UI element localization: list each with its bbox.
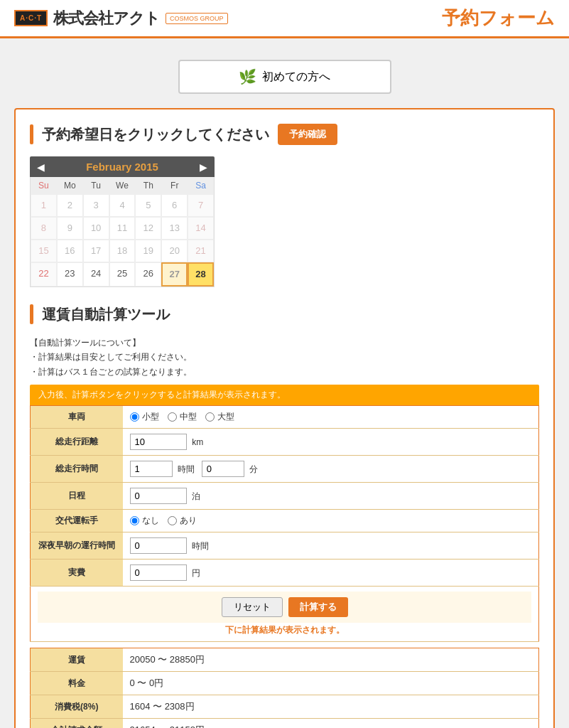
calendar-day-1[interactable]: 1 xyxy=(31,194,57,217)
calc-note: 下に計算結果が表示されます。 xyxy=(38,623,531,636)
nights-unit: 泊 xyxy=(192,491,200,501)
result-label-tax: 消費税(8%) xyxy=(31,695,123,719)
radio-no-driver-input[interactable] xyxy=(130,516,139,525)
weekday-th: Th xyxy=(135,177,161,194)
calendar-day-23[interactable]: 23 xyxy=(57,262,83,287)
prev-month-button[interactable]: ◀ xyxy=(37,161,45,173)
calendar-day-9[interactable]: 9 xyxy=(57,217,83,240)
calendar-day-15[interactable]: 15 xyxy=(31,240,57,262)
weekday-we: We xyxy=(109,177,136,194)
radio-no-driver[interactable]: なし xyxy=(130,515,159,527)
label-latenight: 深夜早朝の運行時間 xyxy=(31,532,123,560)
calendar-day-8[interactable]: 8 xyxy=(31,217,57,240)
button-row: リセット 計算する xyxy=(38,592,531,623)
time-hours-input[interactable] xyxy=(130,461,173,477)
vehicle-radio-group: 小型 中型 大型 xyxy=(130,411,532,423)
label-driver: 交代運転手 xyxy=(31,510,123,532)
calendar-day-28[interactable]: 28 xyxy=(188,262,214,287)
radio-with-driver[interactable]: あり xyxy=(168,515,197,527)
distance-input[interactable] xyxy=(130,434,187,450)
act-logo: A·C·T xyxy=(14,10,48,26)
time-minutes-input[interactable] xyxy=(202,461,244,477)
label-nights: 日程 xyxy=(31,483,123,510)
radio-medium-input[interactable] xyxy=(168,412,177,422)
calendar-day-26[interactable]: 26 xyxy=(135,262,161,287)
reset-button[interactable]: リセット xyxy=(222,597,283,617)
company-name: 株式会社アクト xyxy=(53,8,160,29)
fare-title-bar xyxy=(30,304,33,324)
calculate-button[interactable]: 計算する xyxy=(288,597,348,617)
weekday-fr: Fr xyxy=(161,177,188,194)
header: A·C·T 株式会社アクト COSMOS GROUP 予約フォーム xyxy=(0,0,569,38)
main-content: 🌿 初めての方へ 予約希望日をクリックしてください 予約確認 ◀ Februar… xyxy=(0,38,569,728)
calendar-day-18[interactable]: 18 xyxy=(109,240,136,262)
calendar-day-13[interactable]: 13 xyxy=(161,217,188,240)
calendar: ◀ February 2015 ▶ Su Mo Tu We Th Fr Sa xyxy=(30,156,215,287)
value-distance: km xyxy=(123,429,539,456)
calendar-day-25[interactable]: 25 xyxy=(109,262,136,287)
calendar-day-12[interactable]: 12 xyxy=(135,217,161,240)
row-buttons: リセット 計算する 下に計算結果が表示されます。 xyxy=(31,587,539,642)
first-visit-label: 初めての方へ xyxy=(262,70,330,85)
cosmos-badge: COSMOS GROUP xyxy=(166,13,228,24)
radio-with-driver-input[interactable] xyxy=(168,516,177,525)
calendar-day-21[interactable]: 21 xyxy=(188,240,214,262)
next-month-button[interactable]: ▶ xyxy=(200,161,207,173)
result-row-fee: 料金 0 〜 0円 xyxy=(31,672,539,695)
calendar-day-16[interactable]: 16 xyxy=(57,240,83,262)
fare-section-title: 運賃自動計算ツール xyxy=(30,304,539,324)
confirm-booking-button[interactable]: 予約確認 xyxy=(278,124,337,145)
booking-title-text: 予約希望日をクリックしてください xyxy=(42,125,269,144)
calendar-day-17[interactable]: 17 xyxy=(83,240,109,262)
result-value-tax: 1604 〜 2308円 xyxy=(123,695,539,719)
calendar-day-4[interactable]: 4 xyxy=(109,194,136,217)
result-value-total: 21654 〜 31158円 xyxy=(123,719,539,728)
calendar-day-2[interactable]: 2 xyxy=(57,194,83,217)
calendar-day-20[interactable]: 20 xyxy=(161,240,188,262)
fare-info-box: 入力後、計算ボタンをクリックすると計算結果が表示されます。 xyxy=(30,385,539,405)
radio-medium[interactable]: 中型 xyxy=(168,411,197,423)
value-expenses: 円 xyxy=(123,560,539,587)
first-visit-icon: 🌿 xyxy=(239,68,256,85)
calendar-day-24[interactable]: 24 xyxy=(83,262,109,287)
calendar-month-label: February 2015 xyxy=(86,161,158,173)
result-row-total: 合計請求金額 21654 〜 31158円 xyxy=(31,719,539,728)
result-label-fare: 運賃 xyxy=(31,648,123,672)
calendar-day-6[interactable]: 6 xyxy=(161,194,188,217)
first-visit-button[interactable]: 🌿 初めての方へ xyxy=(178,60,391,94)
radio-small-input[interactable] xyxy=(130,412,139,422)
distance-unit: km xyxy=(192,437,203,447)
calendar-day-11[interactable]: 11 xyxy=(109,217,136,240)
row-expenses: 実費 円 xyxy=(31,560,539,587)
page-title: 予約フォーム xyxy=(442,6,555,31)
logo-area: A·C·T 株式会社アクト COSMOS GROUP xyxy=(14,8,228,29)
latenight-unit: 時間 xyxy=(192,541,209,551)
driver-radio-group: なし あり xyxy=(130,515,532,527)
calendar-day-5[interactable]: 5 xyxy=(135,194,161,217)
calendar-container: ◀ February 2015 ▶ Su Mo Tu We Th Fr Sa xyxy=(30,156,539,287)
radio-large[interactable]: 大型 xyxy=(205,411,234,423)
result-label-fee: 料金 xyxy=(31,672,123,695)
calendar-day-3[interactable]: 3 xyxy=(83,194,109,217)
buttons-cell: リセット 計算する 下に計算結果が表示されます。 xyxy=(31,587,539,642)
label-distance: 総走行距離 xyxy=(31,429,123,456)
calendar-day-7[interactable]: 7 xyxy=(188,194,214,217)
calendar-day-19[interactable]: 19 xyxy=(135,240,161,262)
weekday-tu: Tu xyxy=(83,177,109,194)
calendar-day-14[interactable]: 14 xyxy=(188,217,214,240)
calendar-day-10[interactable]: 10 xyxy=(83,217,109,240)
expenses-input[interactable] xyxy=(130,564,187,581)
latenight-input[interactable] xyxy=(130,537,187,554)
radio-large-input[interactable] xyxy=(205,412,215,422)
value-latenight: 時間 xyxy=(123,532,539,560)
weekday-mo: Mo xyxy=(57,177,83,194)
calendar-day-27[interactable]: 27 xyxy=(161,262,188,287)
fare-description: 【自動計算ツールについて】 ・計算結果は目安としてご利用ください。 ・計算はバス… xyxy=(30,336,539,379)
expenses-unit: 円 xyxy=(192,568,200,578)
calendar-day-22[interactable]: 22 xyxy=(31,262,57,287)
nights-input[interactable] xyxy=(130,488,187,504)
fare-desc-line2: ・計算結果は目安としてご利用ください。 xyxy=(30,350,539,364)
row-latenight: 深夜早朝の運行時間 時間 xyxy=(31,532,539,560)
radio-small[interactable]: 小型 xyxy=(130,411,159,423)
hours-unit: 時間 xyxy=(178,464,195,474)
